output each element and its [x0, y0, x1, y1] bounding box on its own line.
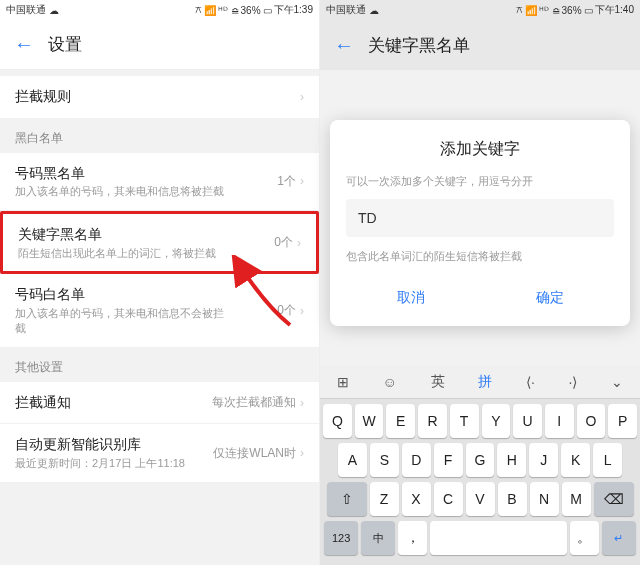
hide-keyboard-icon[interactable]: ⌄ — [605, 370, 629, 394]
chevron-right-icon: › — [300, 396, 304, 410]
key-row-3: ⇧ ZXCVBNM ⌫ — [323, 482, 637, 516]
space-key[interactable] — [430, 521, 567, 555]
page-title: 关键字黑名单 — [368, 34, 470, 57]
key-f[interactable]: F — [434, 443, 463, 477]
key-v[interactable]: V — [466, 482, 495, 516]
sublabel: 陌生短信出现此名单上的词汇，将被拦截 — [18, 246, 228, 261]
signal-icon: 📶 — [204, 5, 216, 16]
key-r[interactable]: R — [418, 404, 447, 438]
key-row-1: QWERTYUIOP — [323, 404, 637, 438]
chevron-right-icon: › — [300, 304, 304, 318]
key-w[interactable]: W — [355, 404, 384, 438]
key-p[interactable]: P — [608, 404, 637, 438]
key-row-4: 123 中 ， 。 ↵ — [323, 521, 637, 555]
lang-pinyin[interactable]: 拼 — [472, 369, 498, 395]
label: 拦截通知 — [15, 393, 212, 413]
item-auto-update[interactable]: 自动更新智能识别库 最近更新时间：2月17日 上午11:18 仅连接WLAN时› — [0, 424, 319, 482]
label: 自动更新智能识别库 — [15, 435, 213, 455]
key-row-2: ASDFGHJKL — [323, 443, 637, 477]
key-g[interactable]: G — [466, 443, 495, 477]
item-block-rules[interactable]: 拦截规则 › — [0, 76, 319, 119]
section-other: 其他设置 — [0, 348, 319, 382]
cursor-left-icon[interactable]: ⟨· — [520, 370, 541, 394]
item-number-blacklist[interactable]: 号码黑名单 加入该名单的号码，其来电和信息将被拦截 1个› — [0, 153, 319, 211]
time: 下午1:40 — [595, 3, 634, 17]
dialog-title: 添加关键字 — [346, 139, 614, 160]
keyboard: ⊞ ☺ 英 拼 ⟨· ·⟩ ⌄ QWERTYUIOP ASDFGHJKL ⇧ Z… — [320, 365, 640, 565]
label: 号码白名单 — [15, 285, 277, 305]
statusbar: 中国联通 ☁ ⚻ 📶 ᴴᴰ ⪮ 36% ▭ 下午1:40 — [320, 0, 640, 20]
item-keyword-blacklist[interactable]: 关键字黑名单 陌生短信出现此名单上的词汇，将被拦截 0个› — [0, 211, 319, 274]
label: 拦截规则 — [15, 87, 300, 107]
carrier: 中国联通 — [6, 3, 46, 17]
screen-right: 中国联通 ☁ ⚻ 📶 ᴴᴰ ⪮ 36% ▭ 下午1:40 ← 关键字黑名单 添加… — [320, 0, 640, 565]
key-k[interactable]: K — [561, 443, 590, 477]
keyword-input[interactable] — [346, 199, 614, 237]
key-s[interactable]: S — [370, 443, 399, 477]
key-i[interactable]: I — [545, 404, 574, 438]
item-number-whitelist[interactable]: 号码白名单 加入该名单的号码，其来电和信息不会被拦截 0个› — [0, 274, 319, 347]
dialog-hint: 可以一次添加多个关键字，用逗号分开 — [346, 174, 614, 189]
time: 下午1:39 — [274, 3, 313, 17]
period-key[interactable]: 。 — [570, 521, 599, 555]
label: 关键字黑名单 — [18, 225, 274, 245]
key-j[interactable]: J — [529, 443, 558, 477]
back-icon[interactable]: ← — [14, 33, 34, 56]
key-u[interactable]: U — [513, 404, 542, 438]
bluetooth-icon: ⚻ — [516, 4, 523, 16]
section-blackwhite: 黑白名单 — [0, 119, 319, 153]
bluetooth-icon: ⚻ — [195, 4, 202, 16]
item-block-notification[interactable]: 拦截通知 每次拦截都通知› — [0, 382, 319, 425]
wifi-icon: ᴴᴰ ⪮ — [539, 5, 560, 16]
value: 0个 — [277, 302, 296, 319]
key-d[interactable]: D — [402, 443, 431, 477]
backspace-key[interactable]: ⌫ — [594, 482, 634, 516]
label: 号码黑名单 — [15, 164, 277, 184]
enter-key[interactable]: ↵ — [602, 521, 636, 555]
key-z[interactable]: Z — [370, 482, 399, 516]
key-l[interactable]: L — [593, 443, 622, 477]
numeric-key[interactable]: 123 — [324, 521, 358, 555]
grid-icon[interactable]: ⊞ — [331, 370, 355, 394]
key-q[interactable]: Q — [323, 404, 352, 438]
chevron-right-icon: › — [300, 446, 304, 460]
key-e[interactable]: E — [386, 404, 415, 438]
cloud-icon: ☁ — [369, 5, 379, 16]
header: ← 关键字黑名单 — [320, 20, 640, 70]
lang-toggle-key[interactable]: 中 — [361, 521, 395, 555]
chevron-right-icon: › — [297, 236, 301, 250]
battery-text: 36% — [241, 5, 261, 16]
chevron-right-icon: › — [300, 90, 304, 104]
header: ← 设置 — [0, 20, 319, 70]
key-c[interactable]: C — [434, 482, 463, 516]
key-y[interactable]: Y — [482, 404, 511, 438]
page-title: 设置 — [48, 33, 82, 56]
value: 1个 — [277, 173, 296, 190]
cloud-icon: ☁ — [49, 5, 59, 16]
cancel-button[interactable]: 取消 — [346, 280, 475, 316]
dialog-note: 包含此名单词汇的陌生短信将被拦截 — [346, 249, 614, 264]
battery-icon: ▭ — [263, 5, 272, 16]
wifi-icon: ᴴᴰ ⪮ — [218, 5, 239, 16]
signal-icon: 📶 — [525, 5, 537, 16]
emoji-icon[interactable]: ☺ — [377, 370, 403, 394]
key-x[interactable]: X — [402, 482, 431, 516]
battery-text: 36% — [562, 5, 582, 16]
key-o[interactable]: O — [577, 404, 606, 438]
key-a[interactable]: A — [338, 443, 367, 477]
comma-key[interactable]: ， — [398, 521, 427, 555]
key-t[interactable]: T — [450, 404, 479, 438]
chevron-right-icon: › — [300, 174, 304, 188]
lang-en[interactable]: 英 — [425, 369, 451, 395]
value: 仅连接WLAN时 — [213, 445, 296, 462]
key-m[interactable]: M — [562, 482, 591, 516]
key-b[interactable]: B — [498, 482, 527, 516]
shift-key[interactable]: ⇧ — [327, 482, 367, 516]
confirm-button[interactable]: 确定 — [485, 280, 614, 316]
key-n[interactable]: N — [530, 482, 559, 516]
key-h[interactable]: H — [497, 443, 526, 477]
battery-icon: ▭ — [584, 5, 593, 16]
cursor-right-icon[interactable]: ·⟩ — [563, 370, 584, 394]
back-icon[interactable]: ← — [334, 34, 354, 57]
value: 每次拦截都通知 — [212, 394, 296, 411]
